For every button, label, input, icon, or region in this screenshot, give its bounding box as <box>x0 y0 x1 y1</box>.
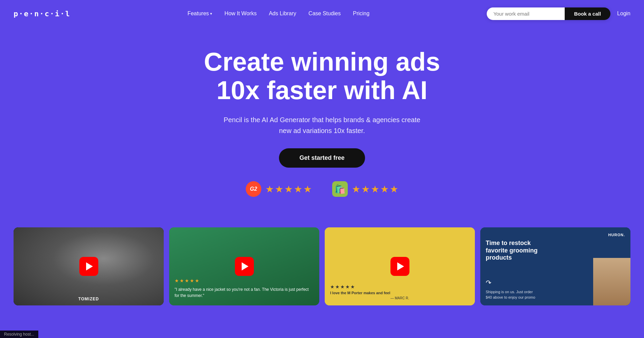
huron-shipping-text: ↷ Shipping is on us. Just order $40 abov… <box>486 278 540 300</box>
chevron-down-icon: ▾ <box>210 12 212 16</box>
logo[interactable]: p·e·n·c·i·l <box>14 10 71 18</box>
nav-links: Features ▾ How It Works Ads Library Case… <box>187 11 369 17</box>
ad-card-jacket[interactable]: ★★★★★ "I already have a nice jacket so y… <box>169 227 319 305</box>
play-button[interactable] <box>390 257 409 276</box>
star-4: ★ <box>380 184 389 195</box>
play-icon <box>397 262 404 270</box>
g2-badge: G2 <box>246 181 261 197</box>
g2-rating: G2 ★ ★ ★ ★ ★ <box>246 181 312 197</box>
nav-features[interactable]: Features ▾ <box>187 11 212 17</box>
nav-ads-library[interactable]: Ads Library <box>269 11 296 16</box>
login-link[interactable]: Login <box>617 11 630 17</box>
play-icon <box>242 262 248 270</box>
ratings-row: G2 ★ ★ ★ ★ ★ 🛍️ ★ ★ ★ ★ ★ <box>246 181 398 197</box>
status-bar: Resolving host... <box>0 331 38 338</box>
shopify-stars: ★ ★ ★ ★ ★ <box>352 184 398 195</box>
email-input[interactable] <box>487 7 565 20</box>
play-icon <box>86 262 93 270</box>
reviewer-name: — MARC R. <box>330 296 469 300</box>
book-call-button[interactable]: Book a call <box>565 7 610 20</box>
nav-how-it-works[interactable]: How It Works <box>224 11 257 16</box>
star-5: ★ <box>303 184 312 195</box>
star-1: ★ <box>265 184 274 195</box>
ad-card-huron[interactable]: HURON. Time to restock favorite grooming… <box>480 227 630 305</box>
huron-title: Time to restock favorite grooming produc… <box>486 240 547 262</box>
card-label: TOMIZED <box>14 297 164 301</box>
nav-right: Book a call Login <box>487 7 630 20</box>
review-text: I love the M Porter makes and feel <box>330 291 469 295</box>
get-started-button[interactable]: Get started free <box>279 148 365 168</box>
play-button[interactable] <box>79 257 98 276</box>
huron-bg: HURON. Time to restock favorite grooming… <box>480 227 630 305</box>
ad-cards-row: TOMIZED ★★★★★ "I already have a nice jac… <box>0 227 644 305</box>
star-4: ★ <box>294 184 302 195</box>
shopify-badge: 🛍️ <box>332 181 348 197</box>
arrow-icon: ↷ <box>486 278 540 287</box>
hero-subtitle: Pencil is the AI Ad Generator that helps… <box>217 114 427 136</box>
g2-stars: ★ ★ ★ ★ ★ <box>265 184 312 195</box>
star-5: ★ <box>390 184 398 195</box>
huron-brand: HURON. <box>486 233 625 237</box>
nav-case-studies[interactable]: Case Studies <box>308 11 341 16</box>
star-2: ★ <box>361 184 370 195</box>
yellow-review: ★★★★★ I love the M Porter makes and feel… <box>330 284 469 300</box>
star-1: ★ <box>352 184 360 195</box>
ad-card-yellow[interactable]: ★★★★★ I love the M Porter makes and feel… <box>325 227 475 305</box>
play-button[interactable] <box>235 257 254 276</box>
huron-person-image <box>593 258 630 305</box>
ad-card-brisket[interactable]: TOMIZED <box>14 227 164 305</box>
hero-section: Create winning ads 10x faster with AI Pe… <box>0 27 644 227</box>
shopify-rating: 🛍️ ★ ★ ★ ★ ★ <box>332 181 398 197</box>
jacket-quote: ★★★★★ "I already have a nice jacket so y… <box>175 277 314 299</box>
navbar: p·e·n·c·i·l Features ▾ How It Works Ads … <box>0 0 644 27</box>
star-3: ★ <box>284 184 293 195</box>
nav-pricing[interactable]: Pricing <box>353 11 369 16</box>
email-input-wrap: Book a call <box>487 7 610 20</box>
star-3: ★ <box>371 184 379 195</box>
hero-title: Create winning ads 10x faster with AI <box>204 48 440 104</box>
star-2: ★ <box>275 184 283 195</box>
